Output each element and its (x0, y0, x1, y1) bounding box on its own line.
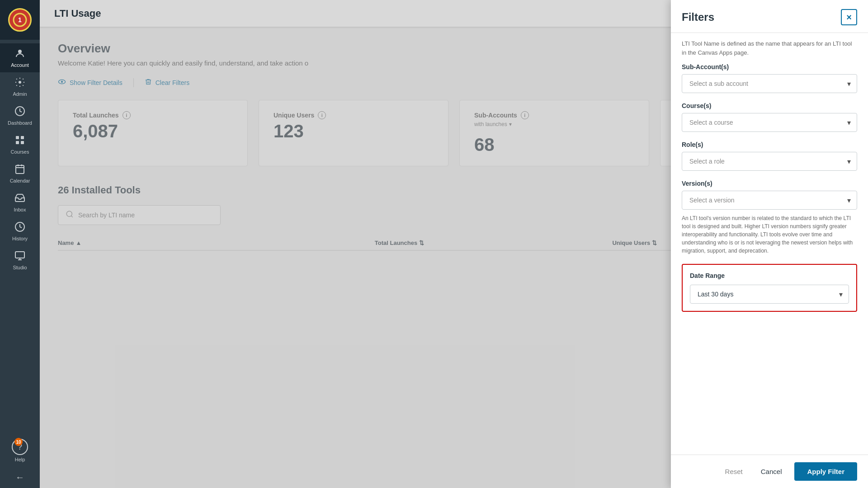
sidebar-item-account[interactable]: Account (0, 43, 40, 72)
svg-point-18 (61, 81, 63, 83)
clear-filters-label: Clear Filters (156, 79, 189, 86)
history-icon (14, 221, 25, 234)
show-filter-details-button[interactable]: Show Filter Details (58, 78, 123, 87)
admin-icon (14, 77, 25, 89)
filter-panel-description: LTI Tool Name is defined as the name tha… (671, 33, 868, 63)
stat-label-sub-accounts: Sub-Accounts i (474, 111, 634, 119)
main-content: LTI Usage Overview Welcome Katie! Here y… (40, 0, 868, 488)
svg-point-3 (19, 81, 21, 84)
roles-label: Role(s) (682, 141, 857, 148)
stat-card-sub-accounts: Sub-Accounts i with launches ▾ 68 (459, 100, 649, 166)
sidebar-item-dashboard-label: Dashboard (8, 120, 32, 126)
svg-text:1: 1 (18, 16, 22, 23)
sidebar-item-courses[interactable]: Courses (0, 130, 40, 159)
filter-section-versions: Version(s) Select a version An LTI tool'… (682, 180, 857, 255)
svg-rect-7 (16, 141, 19, 144)
stat-value-unique-users: 123 (274, 121, 434, 141)
roles-select[interactable]: Select a role (682, 152, 857, 171)
courses-select-wrapper: Select a course (682, 113, 857, 132)
stat-label-unique-users: Unique Users i (274, 111, 434, 119)
sidebar-item-admin-label: Admin (13, 91, 27, 97)
sidebar: 1 Account Admin Dashboard Courses Calend… (0, 0, 40, 488)
sort-name-icon[interactable]: ▲ (75, 239, 81, 246)
svg-rect-5 (16, 136, 19, 139)
stat-value-total-launches: 6,087 (73, 121, 233, 141)
sort-launches-icon[interactable]: ⇅ (419, 239, 424, 246)
courses-icon (14, 135, 25, 147)
sidebar-item-history-label: History (12, 236, 28, 241)
filter-close-button[interactable]: × (841, 9, 857, 25)
date-range-label: Date Range (690, 272, 849, 279)
roles-select-wrapper: Select a role (682, 152, 857, 171)
filter-panel-footer: Reset Cancel Apply Filter (671, 455, 868, 488)
col-total-launches: Total Launches ⇅ (375, 239, 613, 246)
unique-users-info-icon[interactable]: i (318, 111, 326, 119)
svg-point-2 (18, 50, 22, 53)
total-launches-info-icon[interactable]: i (123, 111, 131, 119)
filter-section-courses: Course(s) Select a course (682, 102, 857, 132)
inbox-icon (14, 192, 25, 205)
help-badge: 10 (14, 438, 23, 446)
sort-users-icon[interactable]: ⇅ (652, 239, 657, 246)
versions-select-wrapper: Select a version (682, 191, 857, 210)
sidebar-bottom: ? 10 Help ← (10, 434, 30, 488)
studio-icon (14, 250, 25, 263)
filter-panel-body: Sub-Account(s) Select a sub account Cour… (671, 63, 868, 455)
eye-icon (58, 78, 66, 87)
search-input[interactable] (78, 211, 213, 219)
sidebar-item-admin[interactable]: Admin (0, 72, 40, 101)
stat-card-total-launches: Total Launches i 6,087 (58, 100, 248, 166)
sidebar-item-help-label: Help (15, 457, 25, 462)
date-range-select-wrapper: Last 30 days Last 7 days Last 90 days La… (690, 285, 849, 304)
filter-panel: Filters × LTI Tool Name is defined as th… (671, 0, 868, 488)
show-filter-label: Show Filter Details (70, 79, 123, 86)
courses-select[interactable]: Select a course (682, 113, 857, 132)
clear-filters-button[interactable]: Clear Filters (145, 78, 189, 87)
sidebar-item-studio-label: Studio (13, 265, 27, 270)
sub-accounts-info-icon[interactable]: i (521, 111, 529, 119)
versions-label: Version(s) (682, 180, 857, 187)
sidebar-item-calendar[interactable]: Calendar (0, 159, 40, 188)
search-box[interactable] (58, 205, 221, 225)
chevron-down-icon: ▾ (509, 121, 512, 127)
sidebar-item-inbox-label: Inbox (14, 207, 26, 212)
stat-label-total-launches: Total Launches i (73, 111, 233, 119)
svg-line-20 (71, 216, 72, 217)
cancel-button[interactable]: Cancel (755, 464, 788, 479)
logo-badge: 1 (8, 8, 32, 32)
sidebar-item-account-label: Account (11, 62, 29, 68)
sidebar-logo[interactable]: 1 (0, 0, 40, 40)
filter-section-sub-accounts: Sub-Account(s) Select a sub account (682, 63, 857, 93)
stat-value-sub-accounts: 68 (474, 135, 634, 155)
sidebar-item-help[interactable]: ? 10 Help (10, 434, 30, 467)
sub-accounts-label: Sub-Account(s) (682, 63, 857, 70)
svg-rect-14 (15, 252, 24, 258)
apply-filter-button[interactable]: Apply Filter (794, 462, 857, 481)
sub-accounts-select[interactable]: Select a sub account (682, 74, 857, 93)
trash-icon (145, 78, 152, 87)
search-icon (66, 210, 74, 220)
filter-panel-title: Filters (682, 11, 714, 23)
date-range-select[interactable]: Last 30 days Last 7 days Last 90 days La… (690, 285, 849, 304)
svg-rect-6 (21, 136, 24, 139)
sidebar-item-inbox[interactable]: Inbox (0, 188, 40, 217)
sidebar-item-studio[interactable]: Studio (0, 246, 40, 275)
stat-card-unique-users: Unique Users i 123 (259, 100, 448, 166)
courses-filter-label: Course(s) (682, 102, 857, 109)
stat-sublabel-sub-accounts: with launches ▾ (474, 121, 634, 127)
filter-bar-divider (133, 78, 134, 87)
sidebar-item-history[interactable]: History (0, 217, 40, 246)
col-name: Name ▲ (58, 239, 375, 246)
sidebar-item-courses-label: Courses (11, 149, 29, 155)
calendar-icon (14, 164, 25, 176)
versions-select[interactable]: Select a version (682, 191, 857, 210)
reset-button[interactable]: Reset (720, 464, 748, 479)
account-icon (14, 48, 25, 61)
sub-accounts-select-wrapper: Select a sub account (682, 74, 857, 93)
sidebar-item-dashboard[interactable]: Dashboard (0, 101, 40, 130)
sidebar-item-calendar-label: Calendar (10, 178, 30, 183)
svg-point-19 (66, 211, 72, 216)
version-note: An LTI tool's version number is related … (682, 214, 857, 255)
filter-section-date-range: Date Range Last 30 days Last 7 days Last… (682, 264, 857, 312)
sidebar-collapse-button[interactable]: ← (10, 467, 30, 488)
